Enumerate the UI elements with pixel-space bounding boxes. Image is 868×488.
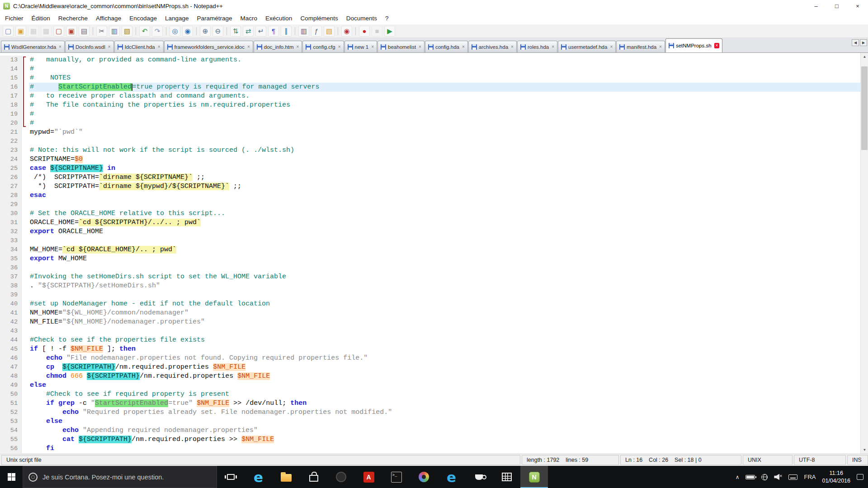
record-macro-icon[interactable]: ● xyxy=(359,26,370,37)
volume-muted-icon[interactable] xyxy=(774,474,782,480)
menu-item-documents[interactable]: Documents xyxy=(342,13,381,23)
tab-beahomelist[interactable]: beahomelist× xyxy=(377,41,425,52)
tab-wsdlgenerator-hda[interactable]: WsdlGenerator.hda× xyxy=(1,41,65,52)
tab-close-icon[interactable]: × xyxy=(158,44,160,50)
code-line-15[interactable]: 15# NOTES xyxy=(0,74,868,83)
code-line-55[interactable]: 55 cat ${SCRIPTPATH}/nm.required.propert… xyxy=(0,435,868,444)
status-eol-format[interactable]: UNIX xyxy=(743,455,793,465)
code-line-29[interactable]: 29 xyxy=(0,200,868,209)
tab-docinfo-wsdl[interactable]: DocInfo.wsdl× xyxy=(65,41,114,52)
code-line-36[interactable]: 36 xyxy=(0,263,868,272)
code-line-49[interactable]: 49else xyxy=(0,381,868,390)
battery-icon[interactable] xyxy=(745,475,755,479)
menu-item-dition[interactable]: Édition xyxy=(28,13,54,23)
tab-close-icon[interactable]: × xyxy=(552,44,554,50)
menu-item-fichier[interactable]: Fichier xyxy=(1,13,28,23)
code-line-42[interactable]: 42NM_FILE="${NM_HOME}/nodemanager.proper… xyxy=(0,318,868,327)
menu-item-help[interactable]: ? xyxy=(381,13,393,23)
code-line-28[interactable]: 28esac xyxy=(0,191,868,200)
menu-item-macro[interactable]: Macro xyxy=(236,13,262,23)
internet-explorer-taskbar-button[interactable]: e xyxy=(438,466,465,488)
replace-icon[interactable]: ◉ xyxy=(182,26,193,37)
code-line-53[interactable]: 53 else xyxy=(0,417,868,426)
paint-taskbar-button[interactable] xyxy=(410,466,438,488)
tab-close-icon[interactable]: × xyxy=(714,43,720,48)
code-line-31[interactable]: 31ORACLE_HOME=`cd ${SCRIPTPATH}/../.. ; … xyxy=(0,218,868,227)
tab-archives-hda[interactable]: archives.hda× xyxy=(468,41,517,52)
close-button[interactable]: × xyxy=(847,0,868,12)
tab-idcclient-hda[interactable]: IdcClient.hda× xyxy=(114,41,164,52)
code-line-19[interactable]: 19# xyxy=(0,110,868,119)
code-line-32[interactable]: 32export ORACLE_HOME xyxy=(0,227,868,236)
calendar-taskbar-button[interactable] xyxy=(493,466,520,488)
tab-config-cfg[interactable]: config.cfg× xyxy=(302,41,344,52)
code-line-40[interactable]: 40#set up NodeManager home - edit if not… xyxy=(0,300,868,309)
code-line-45[interactable]: 45if [ ! -f $NM_FILE ]; then xyxy=(0,345,868,354)
function-list-icon[interactable]: ƒ xyxy=(311,26,322,37)
tab-close-icon[interactable]: × xyxy=(462,44,465,50)
tab-config-hda[interactable]: config.hda× xyxy=(425,41,468,52)
command-prompt-taskbar-button[interactable]: >_ xyxy=(382,466,410,488)
language-indicator[interactable]: FRA xyxy=(804,474,816,480)
hidden-icons-chevron[interactable]: ∧ xyxy=(736,474,740,480)
code-line-30[interactable]: 30# Set the ORACLE_HOME relative to this… xyxy=(0,209,868,218)
network-icon[interactable] xyxy=(761,474,768,480)
tab-roles-hda[interactable]: roles.hda× xyxy=(517,41,557,52)
notepad-plus-plus-taskbar-button[interactable]: N xyxy=(520,466,548,488)
sync-horizontal-icon[interactable]: ⇄ xyxy=(243,26,254,37)
code-line-26[interactable]: 26 /*) SCRIPTPATH=`dirname ${SCRIPTNAME}… xyxy=(0,173,868,182)
menu-item-recherche[interactable]: Recherche xyxy=(54,13,92,23)
code-line-20[interactable]: 20# xyxy=(0,119,868,128)
code-line-37[interactable]: 37#Invoking the setHomeDirs.sh script to… xyxy=(0,272,868,282)
scrollbar-thumb[interactable] xyxy=(861,66,868,150)
minimize-button[interactable]: – xyxy=(806,0,826,12)
code-line-56[interactable]: 56 fi xyxy=(0,444,868,453)
code-line-41[interactable]: 41NM_HOME="${WL_HOME}/common/nodemanager… xyxy=(0,309,868,318)
tab-close-icon[interactable]: × xyxy=(297,44,299,50)
scroll-up-button[interactable]: ▲ xyxy=(861,53,868,61)
code-line-52[interactable]: 52 echo "Required properties already set… xyxy=(0,408,868,417)
tab-close-icon[interactable]: × xyxy=(659,44,662,50)
tab-setnmprops-sh[interactable]: setNMProps.sh× xyxy=(665,38,722,52)
tab-scroll-left-button[interactable]: ◀ xyxy=(852,39,859,46)
start-button[interactable] xyxy=(0,466,23,488)
tab-close-icon[interactable]: × xyxy=(371,44,374,50)
coffee-taskbar-button[interactable] xyxy=(465,466,493,488)
tab-close-icon[interactable]: × xyxy=(511,44,514,50)
tab-usermetadef-hda[interactable]: usermetadef.hda× xyxy=(558,41,616,52)
file-explorer-taskbar-button[interactable] xyxy=(272,466,300,488)
code-line-33[interactable]: 33 xyxy=(0,236,868,245)
media-player-taskbar-button[interactable] xyxy=(327,466,355,488)
code-line-39[interactable]: 39 xyxy=(0,291,868,300)
code-line-24[interactable]: 24SCRIPTNAME=$0 xyxy=(0,155,868,164)
tab-manifest-hda[interactable]: manifest.hda× xyxy=(616,41,665,52)
menu-item-langage[interactable]: Langage xyxy=(161,13,193,23)
cortana-search[interactable]: Je suis Cortana. Posez-moi une question. xyxy=(23,466,217,488)
code-line-44[interactable]: 44#Check to see if the properties file e… xyxy=(0,336,868,345)
document-map-icon[interactable]: ▥ xyxy=(298,26,309,37)
status-encoding[interactable]: UTF-8 xyxy=(794,455,846,465)
tab-close-icon[interactable]: × xyxy=(247,44,250,50)
play-macro-icon[interactable]: ▶ xyxy=(384,26,395,37)
scroll-down-button[interactable]: ▼ xyxy=(861,446,868,454)
indent-guide-icon[interactable]: ∥ xyxy=(281,26,292,37)
title-bar[interactable]: N C:\Oracle\Middleware\oracle_common\com… xyxy=(0,0,868,12)
editor[interactable]: 13# manually, or provided as command-lin… xyxy=(0,53,868,454)
code-line-50[interactable]: 50 #Check to see if required property is… xyxy=(0,390,868,399)
menu-item-affichage[interactable]: Affichage xyxy=(92,13,125,23)
maximize-button[interactable]: □ xyxy=(826,0,847,12)
tab-scroll-right-button[interactable]: ▶ xyxy=(860,39,867,46)
code-line-46[interactable]: 46 echo "File nodemanager.properties not… xyxy=(0,354,868,363)
code-line-43[interactable]: 43 xyxy=(0,327,868,336)
code-line-21[interactable]: 21mypwd="`pwd`" xyxy=(0,128,868,137)
code-line-47[interactable]: 47 cp ${SCRIPTPATH}/nm.required.properti… xyxy=(0,363,868,372)
code-line-38[interactable]: 38. "${SCRIPTPATH}/setHomeDirs.sh" xyxy=(0,282,868,291)
undo-icon[interactable]: ↶ xyxy=(139,26,150,37)
tab-new-1[interactable]: new 1× xyxy=(344,41,377,52)
menu-item-compl-ments[interactable]: Compléments xyxy=(296,13,342,23)
zoom-in-icon[interactable]: ⊕ xyxy=(200,26,211,37)
code-line-34[interactable]: 34MW_HOME=`cd ${ORACLE_HOME}/.. ; pwd` xyxy=(0,245,868,254)
tab-close-icon[interactable]: × xyxy=(108,44,111,50)
vertical-scrollbar[interactable]: ▲ ▼ xyxy=(860,53,868,454)
edge-taskbar-button[interactable]: e xyxy=(245,466,272,488)
